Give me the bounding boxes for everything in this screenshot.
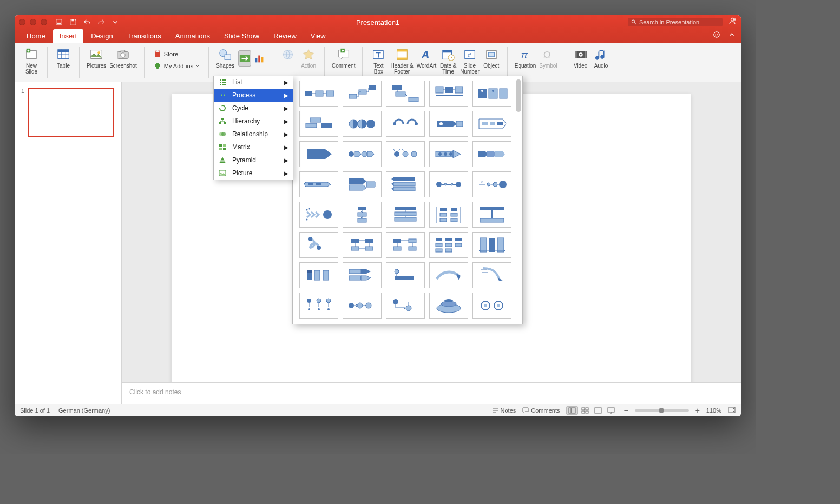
gallery-item-4[interactable] (472, 81, 511, 107)
header-footer-button[interactable]: Header & Footer (389, 47, 415, 76)
tab-view[interactable]: View (304, 29, 332, 43)
gallery-item-29[interactable] (472, 232, 511, 258)
gallery-item-28[interactable] (429, 232, 468, 258)
undo-icon[interactable] (83, 18, 91, 26)
smartart-relationship[interactable]: Relationship▶ (214, 128, 293, 141)
gallery-item-9[interactable] (472, 111, 511, 137)
tab-transitions[interactable]: Transitions (121, 29, 168, 43)
slide-number-button[interactable]: #Slide Number (458, 47, 481, 76)
zoom-in-icon[interactable]: + (695, 406, 700, 415)
gallery-item-7[interactable] (386, 111, 425, 137)
gallery-item-10[interactable] (299, 141, 338, 167)
tab-review[interactable]: Review (267, 29, 303, 43)
gallery-item-2[interactable] (386, 81, 425, 107)
close-dot[interactable] (19, 19, 25, 25)
gallery-item-39[interactable] (472, 293, 511, 319)
share-icon[interactable] (728, 17, 737, 28)
gallery-item-16[interactable] (343, 171, 382, 197)
language-indicator[interactable]: German (Germany) (58, 407, 110, 414)
smartart-list[interactable]: List▶ (214, 76, 293, 89)
smartart-hierarchy[interactable]: Hierarchy▶ (214, 115, 293, 128)
gallery-item-30[interactable] (299, 262, 338, 288)
pictures-button[interactable]: Pictures (85, 47, 108, 70)
smartart-dropdown[interactable] (238, 50, 251, 67)
gallery-item-14[interactable] (472, 141, 511, 167)
slide-thumbnail-1[interactable] (28, 88, 114, 137)
view-normal-icon[interactable] (566, 406, 578, 415)
smartart-matrix[interactable]: Matrix▶ (214, 141, 293, 154)
gallery-item-17[interactable] (386, 171, 425, 197)
feedback-icon[interactable] (713, 31, 720, 41)
gallery-item-22[interactable] (386, 202, 425, 228)
gallery-item-36[interactable] (343, 293, 382, 319)
view-sorter-icon[interactable] (579, 406, 591, 415)
gallery-item-27[interactable] (386, 232, 425, 258)
video-button[interactable]: Video (570, 47, 591, 70)
smartart-cycle[interactable]: Cycle▶ (214, 102, 293, 115)
notes-toggle[interactable]: Notes (492, 407, 516, 414)
comment-button[interactable]: Comment (330, 47, 357, 70)
audio-button[interactable]: Audio (591, 47, 612, 70)
zoom-dot[interactable] (41, 19, 47, 25)
gallery-item-38[interactable] (429, 293, 468, 319)
view-reading-icon[interactable] (592, 406, 604, 415)
autosave-icon[interactable] (55, 18, 63, 26)
zoom-slider[interactable] (635, 409, 689, 412)
gallery-item-21[interactable] (343, 202, 382, 228)
gallery-item-33[interactable] (429, 262, 468, 288)
store-button[interactable]: Store (150, 48, 181, 60)
gallery-item-24[interactable] (472, 202, 511, 228)
table-button[interactable]: Table (53, 47, 74, 70)
gallery-item-19[interactable]: •)•) (472, 171, 511, 197)
tab-slideshow[interactable]: Slide Show (218, 29, 266, 43)
save-icon[interactable] (69, 18, 77, 26)
gallery-item-32[interactable] (386, 262, 425, 288)
tab-animations[interactable]: Animations (169, 29, 216, 43)
notes-pane[interactable]: Click to add notes (122, 382, 741, 404)
tab-design[interactable]: Design (84, 29, 119, 43)
zoom-level[interactable]: 110% (706, 407, 721, 414)
date-time-button[interactable]: Date & Time (438, 47, 458, 76)
gallery-item-26[interactable] (343, 232, 382, 258)
smartart-picture[interactable]: Picture▶ (214, 167, 293, 180)
gallery-item-8[interactable] (429, 111, 468, 137)
gallery-item-18[interactable] (429, 171, 468, 197)
gallery-item-1[interactable] (343, 81, 382, 107)
gallery-item-37[interactable] (386, 293, 425, 319)
gallery-item-35[interactable] (299, 293, 338, 319)
tab-home[interactable]: Home (20, 29, 52, 43)
screenshot-button[interactable]: Screenshot (108, 47, 139, 70)
shapes-button[interactable]: Shapes (214, 47, 236, 70)
gallery-item-15[interactable] (299, 171, 338, 197)
zoom-out-icon[interactable]: − (624, 406, 628, 415)
gallery-item-3[interactable] (429, 81, 468, 107)
fit-to-window-icon[interactable] (728, 407, 736, 414)
redo-icon[interactable] (97, 18, 106, 26)
search-input[interactable] (639, 19, 719, 25)
qat-customize-icon[interactable] (111, 18, 120, 26)
tab-insert[interactable]: Insert (53, 29, 84, 43)
gallery-item-20[interactable] (299, 202, 338, 228)
chart-dropdown[interactable] (253, 50, 266, 67)
gallery-item-23[interactable] (429, 202, 468, 228)
gallery-item-34[interactable] (472, 262, 511, 288)
textbox-button[interactable]: Text Box (368, 47, 389, 76)
smartart-pyramid[interactable]: Pyramid▶ (214, 154, 293, 167)
view-slideshow-icon[interactable] (605, 406, 617, 415)
object-button[interactable]: Object (481, 47, 502, 76)
gallery-item-25[interactable] (299, 232, 338, 258)
gallery-item-31[interactable] (343, 262, 382, 288)
gallery-scrollbar[interactable] (516, 79, 521, 112)
wordart-button[interactable]: AWordArt (415, 47, 438, 76)
my-addins-button[interactable]: My Add-ins (150, 60, 203, 72)
minimize-dot[interactable] (30, 19, 36, 25)
gallery-item-6[interactable] (343, 111, 382, 137)
smartart-process[interactable]: Process▶ (214, 89, 293, 102)
equation-button[interactable]: πEquation (513, 47, 537, 70)
search-box[interactable] (628, 18, 723, 26)
gallery-item-11[interactable] (343, 141, 382, 167)
collapse-ribbon-icon[interactable] (728, 31, 736, 41)
gallery-item-0[interactable] (299, 81, 338, 107)
gallery-item-13[interactable] (429, 141, 468, 167)
gallery-item-5[interactable] (299, 111, 338, 137)
